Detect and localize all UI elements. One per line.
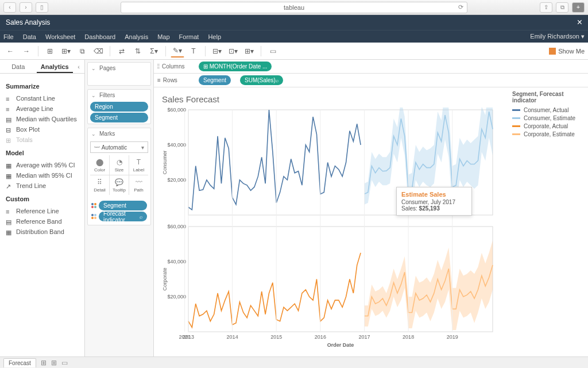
filter-pill-region[interactable]: Region bbox=[90, 102, 148, 112]
new-connection-button[interactable]: ⊞ bbox=[43, 45, 57, 57]
detail-icon: ⠿ bbox=[97, 178, 102, 186]
pages-card-header[interactable]: Pages bbox=[88, 63, 150, 74]
close-button[interactable]: × bbox=[577, 17, 582, 28]
columns-pill-month[interactable]: ⊞ MONTH(Order Date ... bbox=[199, 62, 272, 71]
analytics-ref-band[interactable]: ▤Reference Band bbox=[6, 216, 79, 227]
svg-text:$40,000: $40,000 bbox=[167, 142, 186, 148]
sheet-tab-forecast[interactable]: Forecast bbox=[3, 358, 36, 367]
filters-card-header[interactable]: Filters bbox=[88, 90, 150, 101]
legend-consumer-estimate[interactable]: Consumer, Estimate bbox=[512, 115, 583, 121]
share-button[interactable]: ⇪ bbox=[540, 2, 552, 13]
menu-worksheet[interactable]: Worksheet bbox=[45, 33, 75, 40]
forward-button[interactable]: › bbox=[20, 2, 32, 13]
legend-corporate-estimate[interactable]: Corporate, Estimate bbox=[512, 131, 583, 137]
swap-button[interactable]: ⇄ bbox=[115, 45, 129, 57]
mark-color-button[interactable]: ⬤Color bbox=[90, 155, 109, 175]
mark-size-button[interactable]: ◔Size bbox=[110, 155, 129, 175]
mark-tooltip-button[interactable]: 💬Tooltip bbox=[110, 175, 129, 195]
highlight-button[interactable]: ✎▾ bbox=[171, 45, 184, 57]
group-button[interactable]: T bbox=[187, 45, 200, 57]
user-menu[interactable]: Emily Richardson ▾ bbox=[530, 33, 585, 40]
legend-swatch bbox=[512, 117, 520, 119]
pages-card[interactable]: Pages bbox=[87, 62, 151, 86]
chart-wrap: $20,000$40,000$60,000Consumer$20,000$40,… bbox=[160, 108, 504, 354]
fit-button[interactable]: ⊡▾ bbox=[226, 45, 240, 57]
ci-icon: ▦ bbox=[6, 172, 13, 178]
analytics-trend-line[interactable]: ↗Trend Line bbox=[6, 181, 79, 191]
analytics-constant-line[interactable]: ≡Constant Line bbox=[6, 93, 79, 103]
view-button[interactable]: ⊟▾ bbox=[210, 45, 224, 57]
analytics-ref-line[interactable]: ≡Reference Line bbox=[6, 206, 79, 216]
marks-type-select[interactable]: 〰 Automatic bbox=[90, 141, 148, 153]
filter-pill-segment[interactable]: Segment bbox=[90, 113, 148, 122]
mark-detail-button[interactable]: ⠿Detail bbox=[90, 175, 109, 195]
new-story-icon[interactable]: ▭ bbox=[61, 359, 68, 367]
svg-text:2017: 2017 bbox=[358, 334, 370, 340]
standard-button[interactable]: ⊞▾ bbox=[242, 45, 256, 57]
clear-button[interactable]: ⌫ bbox=[91, 45, 105, 57]
mark-path-button[interactable]: 〰Path bbox=[129, 175, 148, 195]
sidebar-toggle-button[interactable]: ▯ bbox=[36, 2, 48, 13]
workbook-title: Sales Analysis bbox=[6, 18, 50, 26]
marks-card-header[interactable]: Marks bbox=[88, 128, 150, 139]
sort-desc-button[interactable]: Σ▾ bbox=[147, 45, 161, 57]
duplicate-button[interactable]: ⧉ bbox=[75, 45, 89, 57]
new-dashboard-icon[interactable]: ⊞ bbox=[51, 359, 57, 367]
tabs-button[interactable]: ⧉ bbox=[556, 2, 568, 13]
menu-dashboard[interactable]: Dashboard bbox=[84, 33, 115, 40]
menu-format[interactable]: Format bbox=[179, 33, 199, 40]
legend-consumer-actual[interactable]: Consumer, Actual bbox=[512, 107, 583, 113]
show-me-button[interactable]: Show Me bbox=[549, 48, 585, 55]
address-text: tableau bbox=[284, 4, 304, 11]
undo-button[interactable]: ← bbox=[3, 45, 17, 57]
new-tab-button[interactable]: + bbox=[572, 2, 585, 13]
analytics-dist-band[interactable]: ▦Distribution Band bbox=[6, 227, 79, 237]
menu-data[interactable]: Data bbox=[23, 33, 36, 40]
app-titlebar: Sales Analysis × bbox=[0, 15, 588, 30]
marks-card: Marks 〰 Automatic ⬤Color ◔Size TLabel ⠿D… bbox=[87, 128, 151, 225]
rows-shelf[interactable]: ≡Rows Segment SUM(Sales)⌕ bbox=[154, 74, 588, 87]
back-button[interactable]: ‹ bbox=[3, 2, 16, 13]
tooltip-title: Estimate Sales bbox=[401, 191, 467, 198]
redo-button[interactable]: → bbox=[20, 45, 33, 57]
svg-text:$20,000: $20,000 bbox=[167, 294, 186, 300]
collapse-pane-button[interactable]: ‹ bbox=[73, 60, 84, 73]
tab-data[interactable]: Data bbox=[0, 60, 37, 73]
mark-dim-segment[interactable]: Segment bbox=[91, 201, 147, 210]
chart-title: Sales Forecast bbox=[162, 94, 504, 104]
analytics-avg-ci[interactable]: ▦Average with 95% CI bbox=[6, 160, 79, 170]
legend-corporate-actual[interactable]: Corporate, Actual bbox=[512, 123, 583, 129]
svg-text:$60,000: $60,000 bbox=[167, 224, 186, 229]
new-worksheet-button[interactable]: ⊞▾ bbox=[59, 45, 73, 57]
analytics-totals: ⊞Totals bbox=[6, 135, 79, 145]
presentation-button[interactable]: ▭ bbox=[266, 45, 280, 57]
columns-shelf[interactable]: ⦙⦙Columns ⊞ MONTH(Order Date ... bbox=[154, 60, 588, 74]
chart-canvas[interactable]: $20,000$40,000$60,000Consumer$20,000$40,… bbox=[160, 108, 498, 349]
rows-pill-sales[interactable]: SUM(Sales)⌕ bbox=[240, 75, 283, 85]
menu-map[interactable]: Map bbox=[157, 33, 169, 40]
tab-analytics[interactable]: Analytics bbox=[37, 60, 74, 73]
menu-help[interactable]: Help bbox=[208, 33, 221, 40]
analytics-average-line[interactable]: ≡Average Line bbox=[6, 103, 79, 114]
svg-text:$60,000: $60,000 bbox=[167, 108, 186, 113]
rows-pill-segment[interactable]: Segment bbox=[199, 75, 231, 85]
totals-icon: ⊞ bbox=[6, 137, 13, 143]
menu-file[interactable]: File bbox=[3, 33, 14, 40]
sort-asc-button[interactable]: ⇅ bbox=[131, 45, 145, 57]
mark-label-button[interactable]: TLabel bbox=[129, 155, 148, 175]
toolbar-separator bbox=[110, 46, 110, 56]
analytics-median-ci[interactable]: ▦Median with 95% CI bbox=[6, 170, 79, 181]
menubar-menus: File Data Worksheet Dashboard Analysis M… bbox=[3, 33, 221, 40]
tooltip-icon: 💬 bbox=[115, 178, 123, 186]
mark-dim-forecast[interactable]: Forecast indicator⌕ bbox=[91, 212, 147, 221]
new-worksheet-icon[interactable]: ⊞ bbox=[41, 359, 47, 367]
refresh-icon[interactable]: ⟳ bbox=[458, 3, 463, 11]
analytics-median-quartiles[interactable]: ▤Median with Quartiles bbox=[6, 114, 79, 124]
analytics-box-plot[interactable]: ⊟Box Plot bbox=[6, 124, 79, 135]
cards-pane: Pages Filters Region Segment Marks 〰 Aut… bbox=[85, 60, 154, 356]
boxplot-icon: ⊟ bbox=[6, 126, 13, 132]
hover-tooltip: Estimate Sales Consumer, July 2017 Sales… bbox=[396, 187, 472, 216]
legend-swatch bbox=[512, 133, 520, 135]
menu-analysis[interactable]: Analysis bbox=[125, 33, 148, 40]
address-bar[interactable]: tableau ⟳ bbox=[121, 2, 467, 13]
